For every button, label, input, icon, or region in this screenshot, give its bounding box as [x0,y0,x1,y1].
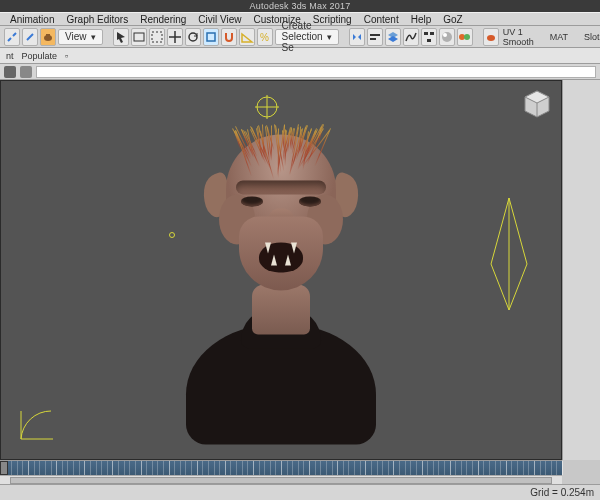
scale-icon[interactable] [203,28,219,46]
svg-rect-11 [427,39,431,42]
svg-rect-5 [207,33,215,41]
hair-splines [223,124,339,174]
mat-label[interactable]: MAT [550,32,568,42]
move-icon[interactable] [167,28,183,46]
layers-icon[interactable] [385,28,401,46]
menu-rendering[interactable]: Rendering [134,14,192,25]
menu-animation[interactable]: Animation [4,14,60,25]
ribbon-collapse-icon[interactable]: ▫ [65,51,68,61]
viewport[interactable] [0,80,562,460]
menu-content[interactable]: Content [358,14,405,25]
compass-gizmo[interactable] [253,93,281,121]
command-panel[interactable] [562,80,600,460]
render-setup-icon[interactable] [457,28,473,46]
main-toolbar: View▾ % Create Selection Se▾ UV 1 Smooth… [0,26,600,48]
angle-snap-icon[interactable] [239,28,255,46]
mirror-icon[interactable] [349,28,365,46]
menu-help[interactable]: Help [405,14,438,25]
snap-icon[interactable] [221,28,237,46]
svg-point-16 [487,35,495,41]
teapot-render-icon[interactable] [483,28,499,46]
material-editor-icon[interactable] [439,28,455,46]
align-icon[interactable] [367,28,383,46]
mesh-head [211,124,351,304]
ribbon-tab-populate[interactable]: Populate [22,51,58,61]
mesh-eye-left [241,196,263,206]
teapot-icon[interactable] [40,28,56,46]
select-region-icon[interactable] [149,28,165,46]
svg-rect-10 [430,32,434,35]
link-button[interactable] [22,28,38,46]
name-color-bar [0,64,600,80]
ribbon-tab-1[interactable]: nt [6,51,14,61]
select-name-icon[interactable] [131,28,147,46]
title-bar: Autodesk 3ds Max 2017 [0,0,600,12]
viewcube[interactable] [519,87,555,123]
mesh-eye-right [299,196,321,206]
svg-rect-9 [424,32,428,35]
scene-mesh-bust[interactable] [161,124,401,444]
object-name-input[interactable] [36,66,596,78]
svg-point-12 [442,32,452,42]
axis-tripod [11,399,61,449]
light-gizmo[interactable] [487,194,531,314]
svg-rect-8 [370,38,376,40]
time-slider[interactable] [0,461,8,475]
svg-text:%: % [260,32,269,43]
svg-point-13 [443,33,447,37]
svg-point-4 [189,33,197,41]
menu-graph-editors[interactable]: Graph Editors [60,14,134,25]
svg-rect-1 [46,34,50,36]
view-dropdown[interactable]: View▾ [58,29,103,45]
unlink-button[interactable] [4,28,20,46]
color-swatch-2[interactable] [20,66,32,78]
svg-point-15 [464,34,470,40]
grid-readout: Grid = 0.254m [530,487,594,498]
schematic-view-icon[interactable] [421,28,437,46]
timeline[interactable] [0,460,562,484]
select-arrow-icon[interactable] [113,28,129,46]
menu-civil-view[interactable]: Civil View [192,14,247,25]
svg-rect-2 [134,33,144,41]
scrollbar-thumb[interactable] [10,477,552,484]
curve-editor-icon[interactable] [403,28,419,46]
svg-rect-7 [370,34,380,36]
status-bar: Grid = 0.254m [0,484,600,500]
slot-material-label[interactable]: SlotMaterialTest [584,32,600,42]
svg-rect-3 [152,32,162,42]
menu-goz[interactable]: GoZ [437,14,468,25]
color-swatch[interactable] [4,66,16,78]
time-track[interactable] [0,461,562,475]
percent-snap-icon[interactable]: % [257,28,273,46]
selection-set-dropdown[interactable]: Create Selection Se▾ [275,29,339,45]
rotate-icon[interactable] [185,28,201,46]
uv-smooth-label[interactable]: UV 1 Smooth [503,27,534,47]
